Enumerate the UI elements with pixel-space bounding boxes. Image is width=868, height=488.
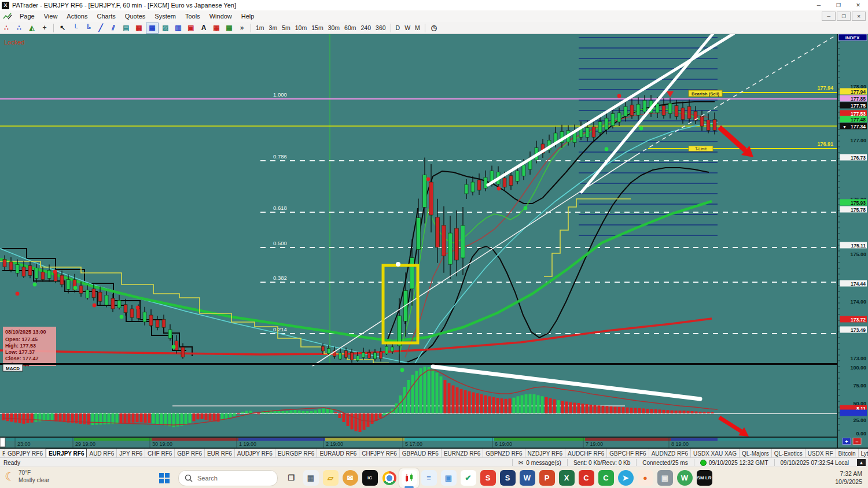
timeframe-240-button[interactable]: 240	[359, 24, 374, 31]
ic-markets-icon[interactable]: IC	[360, 468, 380, 488]
tab-nzdjpy-rf6[interactable]: NZDJPY RF6	[525, 449, 565, 457]
text-tool-icon[interactable]: A	[198, 23, 209, 33]
hatch-tool-icon[interactable]: ▨	[160, 23, 171, 33]
c-green-icon[interactable]: C	[596, 468, 616, 488]
tab-eurnzd-rf6[interactable]: EURNZD RF6	[442, 449, 483, 457]
tab-audnzd-rf6[interactable]: AUDNZD RF6	[649, 449, 691, 457]
tab-f6[interactable]: F6	[0, 449, 5, 457]
menu-item-help[interactable]: Help	[237, 10, 259, 22]
axis-zoom-out-button[interactable]: −	[853, 438, 861, 445]
tab-eur-rf6[interactable]: EUR RF6	[205, 449, 235, 457]
calculator-icon[interactable]: ▦	[301, 468, 321, 488]
timeframe-15m-button[interactable]: 15m	[309, 24, 325, 31]
chrome-icon[interactable]	[380, 468, 399, 488]
menu-item-view[interactable]: View	[39, 10, 62, 22]
tab-eurgbp-rf6[interactable]: EURGBP RF6	[275, 449, 318, 457]
taskbar-clock[interactable]: 7:32 AM 10/9/2025	[835, 469, 862, 486]
tab-eurjpy-rf6[interactable]: EURJPY RF6	[46, 449, 87, 457]
sublime-icon[interactable]: S	[478, 468, 498, 488]
multiline-tool-icon[interactable]: ⫽	[108, 23, 119, 33]
menu-item-system[interactable]: System	[150, 10, 181, 22]
photos-icon[interactable]: ▣	[439, 468, 458, 488]
menu-item-page[interactable]: Page	[15, 10, 39, 22]
tab-gbpnzd-rf6[interactable]: GBPNZD RF6	[483, 449, 525, 457]
tab-gbp-rf6[interactable]: GBP RF6	[175, 449, 205, 457]
chart-canvas[interactable]: 1.0000.7860.6180.5000.3820.214177.94176.…	[0, 0, 868, 488]
task-view-icon[interactable]: ❐	[281, 468, 301, 488]
close-button[interactable]: ✕	[848, 1, 868, 10]
crosshair-icon[interactable]: +	[39, 23, 50, 33]
toolbar-overflow-chevron[interactable]: »	[236, 23, 248, 33]
menu-item-window[interactable]: Window	[205, 10, 237, 22]
smlr-icon[interactable]: SM LR	[694, 468, 714, 488]
tab-euraud-rf6[interactable]: EURAUD RF6	[317, 449, 359, 457]
mail-icon[interactable]: ✉	[340, 468, 360, 488]
pointer-icon[interactable]: ↖	[57, 23, 68, 33]
notes-icon[interactable]: ≡	[419, 468, 439, 488]
corner-tool-icon[interactable]: └	[69, 23, 81, 33]
start-button[interactable]	[156, 469, 173, 487]
tab-audjpy-rf6[interactable]: AUDJPY RF6	[235, 449, 275, 457]
tab-audchf-rf6[interactable]: AUDCHF RF6	[565, 449, 607, 457]
bars-tool-icon[interactable]: ▥	[172, 23, 184, 33]
step-tool-icon[interactable]: ╚	[82, 23, 94, 33]
webull-icon[interactable]: W	[675, 468, 694, 488]
grid-red-icon[interactable]: ▦	[211, 23, 222, 33]
tab-chfjpy-rf6[interactable]: CHFJPY RF6	[359, 449, 399, 457]
red-markers-icon[interactable]: ∴	[1, 23, 12, 33]
box-tool-icon[interactable]: ▣	[185, 23, 197, 33]
grid-green-icon[interactable]: ▦	[223, 23, 235, 33]
tab-bitcoin[interactable]: Bitcoin	[836, 449, 859, 457]
toolbox-icon[interactable]: ▣	[655, 468, 675, 488]
tab-ql-exotics[interactable]: QL-Exotics	[772, 449, 806, 457]
telegram-icon[interactable]: ➤	[616, 468, 635, 488]
period-w-button[interactable]: W	[402, 24, 413, 31]
trendline-tool-icon[interactable]: ╱	[95, 23, 106, 33]
period-d-button[interactable]: D	[393, 24, 403, 31]
tab-gbpchf-rf6[interactable]: GBPCHF RF6	[607, 449, 649, 457]
timeframe-10m-button[interactable]: 10m	[293, 24, 309, 31]
menu-item-charts[interactable]: Charts	[92, 10, 120, 22]
mdi-restore-button[interactable]: ❐	[837, 12, 851, 21]
c-red-icon[interactable]: C	[576, 468, 596, 488]
mdi-close-button[interactable]: ✕	[852, 12, 866, 21]
timeframe-5m-button[interactable]: 5m	[279, 24, 293, 31]
tab-lyte[interactable]: Lyte	[859, 449, 868, 457]
tab-gbpaud-rf6[interactable]: GBPAUD RF6	[400, 449, 442, 457]
timeframe-1m-button[interactable]: 1m	[253, 24, 267, 31]
minimize-button[interactable]: ─	[809, 1, 829, 10]
menu-item-quotes[interactable]: Quotes	[120, 10, 150, 22]
tab-gbpjpy-rf6[interactable]: GBPJPY RF6	[5, 449, 46, 457]
word-icon[interactable]: W	[517, 468, 537, 488]
tab-usdx-xau-xag[interactable]: USDX XAU XAG	[691, 449, 740, 457]
orange-app-icon[interactable]: ●	[635, 468, 655, 488]
tab-ql-majors[interactable]: QL-Majors	[740, 449, 772, 457]
timeframe-60m-button[interactable]: 60m	[342, 24, 358, 31]
tab-jpy-rf6[interactable]: JPY RF6	[117, 449, 145, 457]
blue-pattern-icon[interactable]: ▦	[146, 23, 159, 34]
axis-zoom-in-button[interactable]: +	[843, 438, 851, 445]
timeframe-360-button[interactable]: 360	[373, 24, 388, 31]
wave-icon[interactable]: ✔	[458, 468, 478, 488]
tab-aud-rf6[interactable]: AUD RF6	[87, 449, 117, 457]
menu-item-actions[interactable]: Actions	[62, 10, 92, 22]
file-explorer-icon[interactable]: ▱	[321, 468, 340, 488]
session-clock-icon[interactable]: ◷	[428, 23, 440, 33]
excel-icon[interactable]: X	[557, 468, 576, 488]
powerpoint-icon[interactable]: P	[537, 468, 557, 488]
menu-item-tools[interactable]: Tools	[181, 10, 205, 22]
weather-widget[interactable]: ☾ 70°F Mostly clear	[5, 469, 49, 484]
strategy-icon[interactable]: S	[498, 468, 517, 488]
tab-usdx-rf[interactable]: USDX RF	[806, 449, 836, 457]
chart-pen-icon[interactable]	[2, 12, 13, 20]
area-chart-icon[interactable]: ◭	[26, 23, 38, 33]
tab-chf-rf6[interactable]: CHF RF6	[145, 449, 175, 457]
mdi-minimize-button[interactable]: ─	[822, 12, 836, 21]
channel-tool-icon[interactable]: ▤	[120, 23, 132, 33]
maximize-button[interactable]: ❐	[829, 1, 848, 10]
patrader-icon[interactable]	[399, 468, 419, 488]
timeframe-3m-button[interactable]: 3m	[267, 24, 280, 31]
period-m-button[interactable]: M	[413, 24, 422, 31]
red-pattern-icon[interactable]: ▦	[133, 23, 145, 33]
blue-markers-icon[interactable]: ∴	[13, 23, 25, 33]
